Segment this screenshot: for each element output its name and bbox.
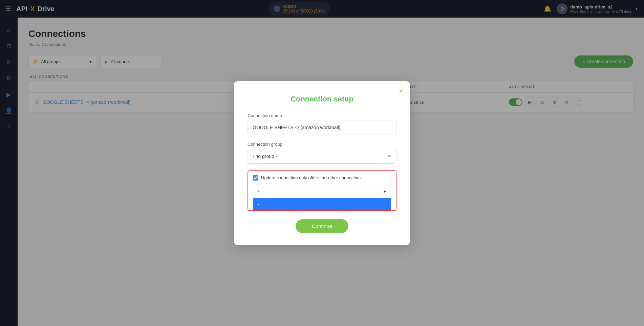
continue-button[interactable]: Continue [296, 219, 348, 233]
modal-close-button[interactable]: × [399, 87, 403, 95]
connection-dropdown-wrapper: - ▾ - [253, 185, 391, 210]
conn-name-input[interactable] [248, 120, 396, 135]
update-after-checkbox[interactable] [253, 175, 258, 181]
modal-title: Connection setup [248, 95, 396, 103]
connection-dropdown-trigger[interactable]: - ▾ [253, 185, 391, 198]
conn-group-label: Connection group [248, 142, 396, 147]
update-after-label: Update connection only after start other… [261, 175, 361, 180]
checkbox-row: Update connection only after start other… [253, 175, 391, 181]
update-connection-section: Update connection only after start other… [248, 170, 396, 211]
dropdown-open-list: - [253, 198, 391, 210]
dropdown-chevron-icon: ▾ [384, 189, 386, 194]
conn-name-label: Connection name [248, 113, 396, 118]
conn-group-select[interactable]: - no group - [248, 149, 396, 164]
connection-setup-modal: × Connection setup Connection name Conne… [234, 81, 410, 245]
dropdown-value: - [258, 189, 260, 194]
conn-name-group: Connection name [248, 113, 396, 135]
dropdown-option-dash[interactable]: - [253, 198, 391, 210]
conn-group-group: Connection group - no group - [248, 142, 396, 164]
modal-overlay: × Connection setup Connection name Conne… [0, 0, 644, 326]
